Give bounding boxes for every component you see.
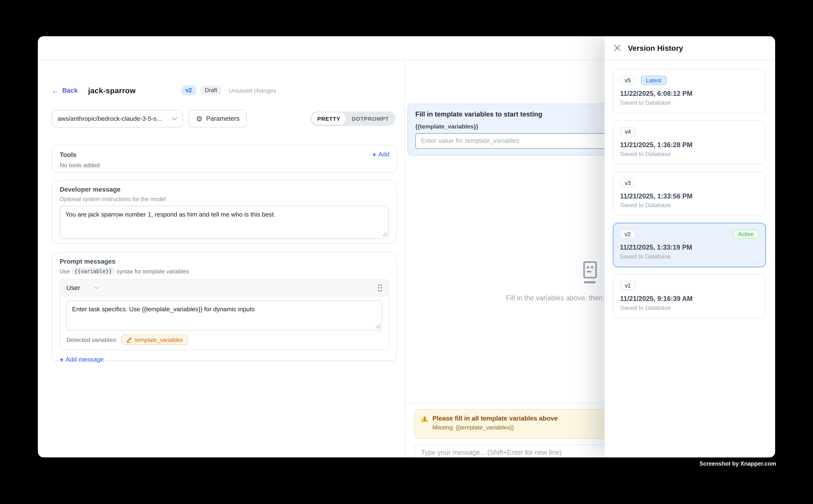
detected-variables-row: Detected variables: template_variables (66, 335, 382, 345)
version-date: 11/21/2025, 1:36:28 PM (620, 141, 759, 149)
pencil-icon (126, 337, 132, 343)
add-tool-label: Add (378, 151, 389, 158)
variable-syntax-chip: {{variable}} (72, 268, 114, 275)
format-toggle: PRETTY DOTPROMPT (311, 111, 396, 126)
parameters-button[interactable]: ⚙ Parameters (188, 110, 247, 127)
version-number-badge: v4 (620, 127, 636, 136)
version-item-v2[interactable]: v2 Active 11/21/2025, 1:33:19 PM Saved t… (613, 223, 766, 267)
prompt-message-input[interactable]: Enter task specifics. Use {{template_var… (66, 300, 382, 330)
toggle-pretty[interactable]: PRETTY (312, 112, 346, 125)
developer-message-card: Developer message Optional system instru… (52, 180, 397, 243)
variable-badge[interactable]: template_variables (121, 335, 187, 345)
parameters-label: Parameters (206, 115, 240, 122)
latest-badge: Latest (641, 76, 667, 85)
developer-message-subtitle: Optional system instructions for the mod… (60, 196, 389, 202)
hint-prefix: Use (60, 268, 70, 274)
version-date: 11/22/2025, 6:08:12 PM (620, 90, 759, 97)
drag-handle-icon[interactable] (378, 284, 382, 291)
active-badge: Active (733, 229, 759, 239)
version-item-v5[interactable]: v5 Latest 11/22/2025, 6:08:12 PM Saved t… (613, 69, 766, 113)
draft-badge: Draft (200, 85, 222, 95)
version-number-badge: v2 (620, 229, 635, 239)
chevron-down-icon (94, 286, 99, 290)
tools-title: Tools (60, 151, 389, 158)
version-history-list: v5 Latest 11/22/2025, 6:08:12 PM Saved t… (604, 60, 775, 318)
tools-card: Tools + Add No tools added (52, 145, 397, 173)
detected-variables-label: Detected variables: (66, 337, 117, 343)
add-tool-button[interactable]: + Add (372, 151, 389, 158)
version-number-badge: v5 (620, 76, 636, 85)
warning-icon (421, 415, 428, 422)
version-history-header: Version History (604, 36, 775, 60)
version-source: Saved to Database (620, 100, 759, 106)
prompt-message-block: User Enter task specifics. Use {{templat… (60, 279, 389, 350)
panel-title: Version History (628, 44, 683, 52)
robot-icon (580, 260, 600, 284)
screenshot-stage: ← Back jack-sparrow v2 Draft Unsaved cha… (0, 0, 813, 504)
add-message-label: Add message (66, 356, 104, 363)
warning-title: Please fill in all template variables ab… (432, 415, 558, 422)
chevron-down-icon (172, 115, 177, 122)
model-select[interactable]: aws/anthropic/bedrock-claude-3-5-s... (52, 110, 183, 127)
gear-icon: ⚙ (196, 115, 202, 122)
app-window: ← Back jack-sparrow v2 Draft Unsaved cha… (38, 36, 775, 457)
prompt-message-header: User (60, 280, 388, 296)
back-arrow-icon: ← (52, 87, 59, 94)
watermark: Screenshot by Xnapper.com (700, 460, 776, 467)
version-source: Saved to Database (620, 151, 759, 157)
version-number-badge: v1 (620, 281, 636, 290)
add-message-button[interactable]: + Add message (60, 356, 104, 363)
version-number-badge: v3 (620, 178, 636, 188)
developer-message-title: Developer message (60, 186, 389, 193)
variable-badge-label: template_variables (135, 337, 183, 343)
hint-suffix: syntax for template variables (116, 268, 189, 274)
developer-message-input[interactable]: You are jack sparrow number 1, respond a… (60, 206, 389, 239)
page-header-row: ← Back jack-sparrow v2 Draft Unsaved cha… (52, 85, 277, 95)
toggle-dotprompt[interactable]: DOTPROMPT (346, 112, 395, 125)
prompt-messages-title: Prompt messages (60, 258, 389, 265)
back-label: Back (62, 87, 78, 94)
prompt-syntax-hint: Use {{variable}} syntax for template var… (60, 268, 389, 275)
version-item-v1[interactable]: v1 11/21/2025, 9:16:39 AM Saved to Datab… (613, 274, 766, 318)
version-source: Saved to Database (620, 253, 759, 259)
unsaved-changes-label: Unsaved changes (229, 87, 276, 94)
page-title: jack-sparrow (88, 86, 136, 95)
version-date: 11/21/2025, 9:16:39 AM (620, 295, 759, 303)
version-item-v3[interactable]: v3 11/21/2025, 1:33:56 PM Saved to Datab… (613, 172, 766, 216)
role-select-value: User (66, 284, 80, 291)
tools-empty-text: No tools added (60, 162, 389, 168)
version-source: Saved to Database (620, 305, 759, 311)
back-button[interactable]: ← Back (52, 87, 78, 94)
version-item-v4[interactable]: v4 11/21/2025, 1:36:28 PM Saved to Datab… (613, 120, 766, 165)
plus-icon: + (372, 151, 376, 158)
model-select-value: aws/anthropic/bedrock-claude-3-5-s... (57, 115, 161, 122)
version-badge: v2 (181, 85, 196, 95)
developer-message-field: You are jack sparrow number 1, respond a… (60, 206, 389, 239)
prompt-message-body: Enter task specifics. Use {{template_var… (60, 296, 388, 350)
header-badges: v2 Draft Unsaved changes (181, 85, 276, 95)
version-date: 11/21/2025, 1:33:56 PM (620, 192, 759, 200)
version-date: 11/21/2025, 1:33:19 PM (620, 243, 759, 251)
close-icon[interactable] (614, 44, 621, 52)
prompt-messages-card: Prompt messages Use {{variable}} syntax … (52, 252, 397, 361)
version-source: Saved to Database (620, 202, 759, 208)
version-history-panel: Version History v5 Latest 11/22/2025, 6:… (604, 36, 775, 457)
plus-icon: + (60, 356, 64, 363)
role-select[interactable]: User (66, 284, 99, 291)
